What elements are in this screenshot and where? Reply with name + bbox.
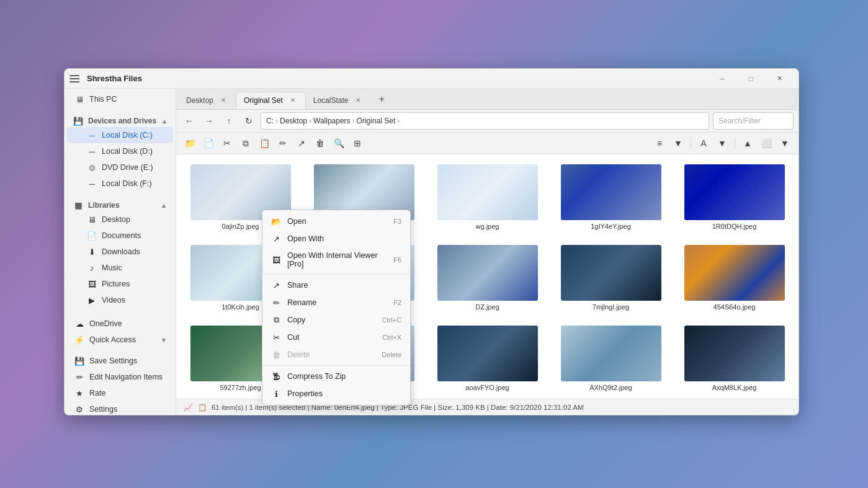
ctx-copy-label: Copy — [287, 316, 305, 324]
file-item[interactable]: AXhQ9t2.jpeg — [554, 323, 668, 394]
sidebar-this-pc-section: 🖥 This PC — [65, 89, 176, 110]
ctx-cut[interactable]: ✂ Cut Ctrl+X — [262, 329, 410, 346]
ctx-open-internal[interactable]: 🖼 Open With Internal Viewer [Pro] F6 — [262, 247, 410, 272]
menu-icon[interactable] — [69, 73, 82, 85]
toolbar-scroll-up[interactable]: ▲ — [739, 135, 756, 151]
tabs-bar: Desktop ✕ Original Set ✕ LocalState ✕ + — [176, 89, 799, 110]
file-name: 1R0tDQH.jpeg — [712, 223, 757, 230]
tab-localstate-close[interactable]: ✕ — [353, 95, 363, 105]
sidebar-item-rate[interactable]: ★ Rate — [67, 385, 173, 401]
file-item[interactable]: 7mjlngI.jpeg — [554, 242, 668, 313]
music-icon: ♪ — [87, 263, 97, 273]
sidebar-item-quick-access[interactable]: ⚡ Quick Access ▼ — [67, 332, 173, 348]
sidebar-item-videos[interactable]: ▶ Videos — [67, 292, 173, 308]
toolbar-text-size-down[interactable]: ▼ — [714, 135, 731, 151]
sidebar-item-save-settings[interactable]: 💾 Save Settings — [67, 353, 173, 369]
address-bar-row: ← → ↑ ↻ C: › Desktop › Wallpapers › Orig… — [176, 110, 799, 133]
ctx-cut-label: Cut — [287, 333, 299, 342]
ctx-compress[interactable]: 🗜 Compress To Zip — [262, 368, 410, 385]
sidebar-item-pictures[interactable]: 🖼 Pictures — [67, 276, 173, 292]
settings-icon: ⚙ — [74, 404, 84, 414]
toolbar-view[interactable]: ⊞ — [349, 135, 366, 151]
disk-d-icon: ─ — [87, 146, 97, 156]
toolbar-sort[interactable]: ≡ — [651, 135, 668, 151]
toolbar-new-folder[interactable]: 📁 — [181, 135, 199, 151]
toolbar-delete[interactable]: 🗑 — [311, 135, 329, 151]
maximize-button[interactable]: □ — [736, 69, 765, 89]
sidebar-label-music: Music — [102, 264, 122, 272]
toolbar-cut[interactable]: ✂ — [218, 135, 236, 151]
sidebar-item-onedrive[interactable]: ☁ OneDrive — [67, 316, 173, 332]
sidebar-item-documents[interactable]: 📄 Documents — [67, 228, 173, 244]
tab-localstate[interactable]: LocalState ✕ — [306, 92, 371, 109]
file-item[interactable]: 454S64o.jpeg — [678, 242, 791, 313]
nav-up-button[interactable]: ↑ — [221, 113, 237, 129]
ctx-copy[interactable]: ⧉ Copy Ctrl+C — [262, 311, 410, 329]
tab-localstate-label: LocalState — [313, 96, 349, 105]
sidebar-item-local-d[interactable]: ─ Local Disk (D:) — [67, 143, 173, 159]
toolbar-sort-direction[interactable]: ▼ — [669, 135, 687, 151]
toolbar-share[interactable]: ↗ — [293, 135, 310, 151]
sidebar-item-edit-navigation[interactable]: ✏ Edit Navigation Items — [67, 369, 173, 385]
file-item[interactable]: 1R0tDQH.jpeg — [678, 162, 791, 233]
main-layout: 🖥 This PC 💾 Devices and Drives ▲ ─ Local… — [65, 89, 799, 415]
main-window: Shrestha Files ─ □ ✕ 🖥 This PC 💾 Devices… — [64, 68, 799, 415]
toolbar-new-file[interactable]: 📄 — [200, 135, 217, 151]
tab-desktop[interactable]: Desktop ✕ — [179, 92, 236, 109]
dvd-icon: ⊙ — [87, 162, 97, 172]
file-item[interactable]: DZ.jpeg — [431, 242, 544, 313]
sidebar-item-settings[interactable]: ⚙ Settings — [67, 401, 173, 415]
ctx-compress-label: Compress To Zip — [287, 372, 346, 381]
ctx-delete-shortcut: Delete — [382, 351, 401, 358]
toolbar-fullscreen[interactable]: ⬜ — [758, 135, 775, 151]
tab-add-button[interactable]: + — [373, 91, 390, 108]
toolbar-more[interactable]: ▼ — [776, 135, 794, 151]
ctx-cut-shortcut: Ctrl+X — [382, 334, 401, 341]
sidebar-item-downloads[interactable]: ⬇ Downloads — [67, 244, 173, 260]
file-item[interactable]: aoavFYO.jpeg — [431, 323, 544, 394]
file-item[interactable]: AxqM8LK.jpeg — [678, 323, 791, 394]
sidebar-item-desktop[interactable]: 🖥 Desktop — [67, 211, 173, 228]
sidebar-item-local-f[interactable]: ─ Local Disk (F:) — [67, 175, 173, 192]
ctx-rename[interactable]: ✏ Rename F2 — [262, 294, 410, 311]
tab-desktop-close[interactable]: ✕ — [218, 95, 228, 105]
address-part-drive: C: — [266, 117, 274, 125]
toolbar-search[interactable]: 🔍 — [330, 135, 347, 151]
nav-forward-button[interactable]: → — [201, 113, 217, 129]
pictures-icon: 🖼 — [87, 279, 97, 289]
nav-refresh-button[interactable]: ↻ — [241, 113, 257, 129]
ctx-delete[interactable]: 🗑 Delete Delete — [262, 346, 410, 363]
ctx-cut-icon: ✂ — [271, 332, 281, 342]
toolbar-rename[interactable]: ✏ — [274, 135, 292, 151]
file-item[interactable]: wg.jpeg — [431, 162, 544, 233]
sidebar-item-local-c[interactable]: ─ Local Disk (C:) — [67, 127, 173, 143]
ctx-properties[interactable]: ℹ Properties — [262, 385, 410, 402]
downloads-icon: ⬇ — [87, 247, 97, 257]
file-item[interactable]: 1gIY4eY.jpeg — [554, 162, 668, 233]
sidebar-item-this-pc[interactable]: 🖥 This PC — [67, 91, 173, 107]
minimize-button[interactable]: ─ — [708, 69, 736, 89]
sidebar-item-music[interactable]: ♪ Music — [67, 260, 173, 276]
tab-original-set[interactable]: Original Set ✕ — [236, 92, 306, 109]
close-button[interactable]: ✕ — [765, 69, 794, 89]
tab-original-set-close[interactable]: ✕ — [288, 95, 298, 105]
toolbar-copy[interactable]: ⧉ — [237, 135, 254, 151]
ctx-open-with[interactable]: ↗ Open With — [262, 230, 410, 247]
address-bar[interactable]: C: › Desktop › Wallpapers › Original Set… — [261, 112, 709, 130]
titlebar: Shrestha Files ─ □ ✕ — [65, 69, 799, 89]
ctx-share[interactable]: ↗ Share — [262, 277, 410, 294]
nav-back-button[interactable]: ← — [181, 113, 197, 129]
ctx-separator-1 — [262, 274, 410, 275]
address-part-wallpapers: Wallpapers — [313, 117, 351, 125]
sidebar-item-dvd-e[interactable]: ⊙ DVD Drive (E:) — [67, 159, 173, 175]
devices-icon: 💾 — [73, 116, 83, 126]
search-box[interactable]: Search/Filter — [713, 112, 794, 130]
file-name: 454S64o.jpeg — [714, 303, 756, 311]
ctx-open[interactable]: 📂 Open F3 — [262, 213, 410, 230]
sidebar-label-quick-access: Quick Access — [89, 335, 136, 344]
toolbar-text-size[interactable]: A — [695, 135, 712, 151]
file-thumbnail — [437, 164, 538, 220]
ctx-properties-icon: ℹ — [271, 389, 281, 399]
toolbar-paste[interactable]: 📋 — [256, 135, 273, 151]
sidebar-label-libraries: Libraries — [88, 201, 120, 210]
